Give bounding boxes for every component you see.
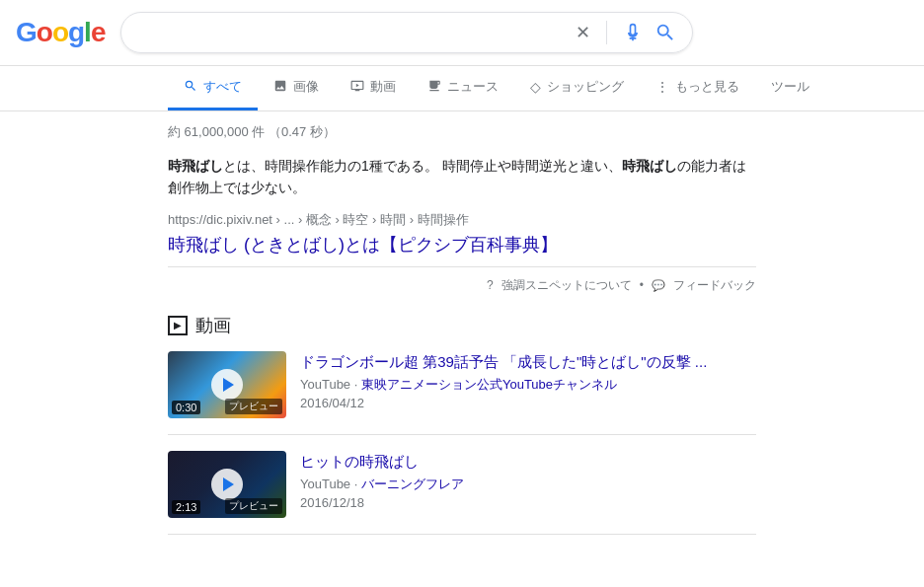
clear-button[interactable]: ✕ [576, 22, 590, 43]
snippet-text-1: とは、時間操作能力の1種である。 時間停止や時間逆光と違い、 [223, 158, 622, 174]
snippet-text: 時飛ばしとは、時間操作能力の1種である。 時間停止や時間逆光と違い、時飛ばしの能… [168, 155, 756, 199]
search-input[interactable]: 時飛ばし [137, 24, 576, 41]
video-thumb-1[interactable]: 0:30 プレビュー [168, 351, 286, 418]
logo-g2: g [68, 17, 84, 47]
google-logo: Google [16, 17, 105, 48]
snippet-help-label[interactable]: 強調スニペットについて [501, 277, 632, 294]
snippet-title-link[interactable]: 時飛ばし (ときとばし)とは【ピクシブ百科事典】 [168, 235, 558, 255]
logo-o2: o [52, 17, 68, 47]
video-info-1: ドラゴンボール超 第39話予告 「成長した"時とばし"の反撃 ... YouTu… [300, 351, 756, 418]
nav-tabs: すべて 画像 動画 ニュース ◇ ショッピング ⋮ もっと見る ツール [0, 66, 924, 111]
tab-video[interactable]: 動画 [335, 66, 412, 110]
snippet-title: 時飛ばし (ときとばし)とは【ピクシブ百科事典】 [168, 233, 756, 257]
play-circle-1 [211, 369, 243, 401]
tab-tools[interactable]: ツール [755, 66, 825, 110]
header: Google 時飛ばし ✕ [0, 0, 924, 66]
video-date-2: 2016/12/18 [300, 495, 756, 510]
video-title-1: ドラゴンボール超 第39話予告 「成長した"時とばし"の反撃 ... [300, 351, 756, 372]
snippet-bold-1: 時飛ばし [168, 158, 223, 174]
tab-shopping-label: ショッピング [547, 78, 624, 96]
tab-more[interactable]: ⋮ もっと見る [640, 66, 755, 110]
logo-e: e [91, 17, 106, 47]
images-tab-icon [273, 79, 287, 96]
snippet-feedback-label[interactable]: フィードバック [673, 277, 756, 294]
featured-snippet: 時飛ばしとは、時間操作能力の1種である。 時間停止や時間逆光と違い、時飛ばしの能… [168, 155, 756, 294]
tab-news-label: ニュース [447, 78, 499, 96]
search-bar: 時飛ばし ✕ [120, 12, 693, 53]
video-meta-1: YouTube · 東映アニメーション公式YouTubeチャンネル [300, 376, 756, 394]
play-circle-2 [211, 469, 243, 500]
tab-news[interactable]: ニュース [412, 66, 514, 110]
preview-badge-1: プレビュー [225, 399, 282, 414]
mic-icon [623, 23, 643, 42]
voice-search-button[interactable] [623, 23, 643, 42]
snippet-bold-2: 時飛ばし [622, 158, 677, 174]
video-title-link-2[interactable]: ヒットの時飛ばし [300, 453, 419, 470]
search-divider [606, 21, 607, 44]
tab-video-label: 動画 [370, 78, 396, 96]
snippet-feedback-icon: 💬 [652, 279, 665, 292]
videos-title-text: 動画 [195, 314, 231, 337]
logo-g: G [16, 17, 37, 47]
video-item-1: 0:30 プレビュー ドラゴンボール超 第39話予告 「成長した"時とばし"の反… [168, 351, 756, 435]
video-duration-2: 2:13 [172, 500, 200, 514]
video-meta-sep-1: · [354, 377, 361, 392]
tab-images[interactable]: 画像 [258, 66, 335, 110]
video-duration-1: 0:30 [172, 401, 200, 414]
search-button[interactable] [654, 22, 676, 43]
tab-tools-label: ツール [771, 78, 809, 96]
video-thumb-2[interactable]: 2:13 プレビュー [168, 451, 286, 518]
results-area: 約 61,000,000 件 （0.47 秒） 時飛ばしとは、時間操作能力の1種… [0, 111, 924, 562]
play-triangle-2 [223, 477, 234, 491]
video-title-link-1[interactable]: ドラゴンボール超 第39話予告 「成長した"時とばし"の反撃 ... [300, 353, 707, 370]
video-meta-sep-2: · [354, 477, 361, 491]
tab-all-label: すべて [203, 78, 242, 96]
logo-o1: o [37, 17, 52, 47]
snippet-source-url: https://dic.pixiv.net › ... › 概念 › 時空 › … [168, 211, 756, 229]
tab-images-label: 画像 [293, 78, 319, 96]
video-item-2: 2:13 プレビュー ヒットの時飛ばし YouTube · バーニングフレア 2… [168, 451, 756, 535]
video-section-icon: ▶ [168, 316, 188, 335]
preview-badge-2: プレビュー [225, 498, 282, 514]
tab-all[interactable]: すべて [168, 66, 258, 110]
tab-more-label: もっと見る [675, 78, 739, 96]
search-icons: ✕ [576, 21, 676, 44]
logo-l: l [84, 17, 91, 47]
search-tab-icon [184, 79, 197, 96]
shopping-tab-icon: ◇ [530, 79, 541, 95]
news-tab-icon [427, 79, 441, 96]
video-platform-2: YouTube [300, 477, 350, 491]
video-tab-icon [350, 79, 364, 96]
video-channel-1[interactable]: 東映アニメーション公式YouTubeチャンネル [361, 377, 617, 392]
videos-section-title: ▶ 動画 [168, 314, 756, 337]
video-meta-2: YouTube · バーニングフレア [300, 476, 756, 493]
video-date-1: 2016/04/12 [300, 396, 756, 410]
snippet-footer: ? 強調スニペットについて • 💬 フィードバック [168, 266, 756, 294]
video-channel-2[interactable]: バーニングフレア [361, 477, 464, 491]
video-title-2: ヒットの時飛ばし [300, 451, 756, 472]
video-platform-1: YouTube [300, 377, 350, 392]
more-tab-icon: ⋮ [655, 79, 669, 95]
search-icon [654, 22, 676, 43]
snippet-separator: • [640, 278, 644, 292]
snippet-help-icon: ? [487, 278, 494, 292]
video-info-2: ヒットの時飛ばし YouTube · バーニングフレア 2016/12/18 [300, 451, 756, 518]
tab-shopping[interactable]: ◇ ショッピング [514, 66, 640, 110]
result-count: 約 61,000,000 件 （0.47 秒） [168, 123, 756, 141]
play-triangle-1 [223, 378, 234, 392]
